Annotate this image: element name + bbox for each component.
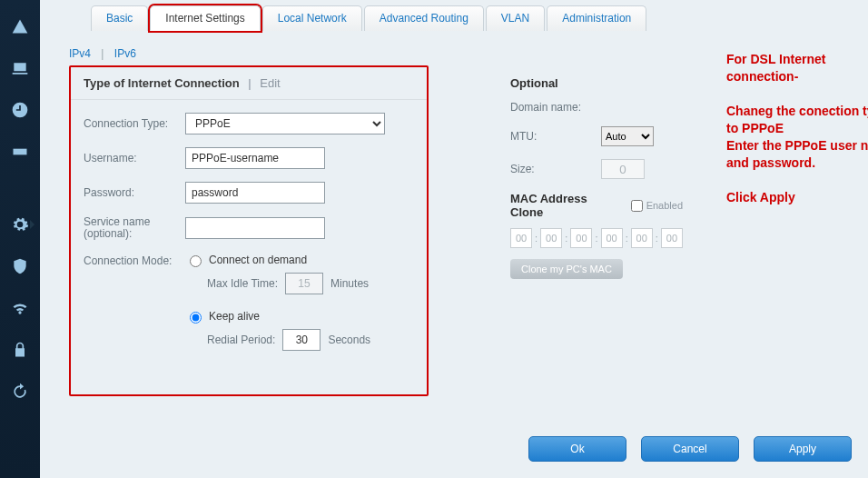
tab-administration[interactable]: Administration bbox=[547, 5, 646, 31]
apply-button[interactable]: Apply bbox=[754, 436, 852, 462]
mac-octet-5[interactable]: 00 bbox=[631, 228, 653, 248]
clone-mac-button[interactable]: Clone my PC's MAC bbox=[510, 259, 623, 279]
keep-alive-radio[interactable] bbox=[190, 312, 202, 324]
mtu-label: MTU: bbox=[510, 130, 601, 143]
annotation-text: For DSL Internet connection- Chaneg the … bbox=[726, 51, 868, 206]
mac-octet-4[interactable]: 00 bbox=[601, 228, 623, 248]
conn-mode-label: Connection Mode: bbox=[84, 253, 185, 267]
username-input[interactable] bbox=[185, 147, 325, 169]
shield-icon[interactable] bbox=[6, 253, 34, 280]
panel-title-text: Type of Internet Connection bbox=[84, 76, 240, 90]
connect-on-demand-label: Connect on demand bbox=[209, 254, 307, 266]
button-bar: Ok Cancel Apply bbox=[514, 436, 852, 462]
tab-local-network[interactable]: Local Network bbox=[262, 5, 362, 31]
wifi-icon[interactable] bbox=[6, 294, 34, 322]
lock-icon[interactable] bbox=[6, 336, 34, 363]
tab-vlan[interactable]: VLAN bbox=[486, 5, 545, 31]
mac-enabled-label: Enabled bbox=[646, 200, 683, 211]
mac-clone-heading: MAC Address Clone bbox=[510, 192, 615, 219]
conn-type-label: Connection Type: bbox=[84, 117, 185, 130]
device-icon[interactable] bbox=[6, 55, 34, 82]
mac-octet-6[interactable]: 00 bbox=[661, 228, 683, 248]
top-tabs: Basic Internet Settings Local Network Ad… bbox=[91, 5, 868, 31]
redial-input[interactable] bbox=[282, 329, 321, 351]
service-label: Service name(optional): bbox=[84, 216, 185, 240]
mac-octet-1[interactable]: 00 bbox=[510, 228, 532, 248]
username-label: Username: bbox=[84, 152, 185, 164]
optional-panel: Optional Domain name: MTU: Auto Size: MA… bbox=[510, 65, 683, 396]
subtab-ipv6[interactable]: IPv6 bbox=[114, 47, 136, 60]
tab-internet-settings[interactable]: Internet Settings bbox=[150, 5, 260, 31]
optional-heading: Optional bbox=[510, 76, 683, 90]
edit-link[interactable]: Edit bbox=[260, 76, 280, 90]
mac-octet-3[interactable]: 00 bbox=[570, 228, 592, 248]
drive-icon[interactable] bbox=[6, 138, 34, 165]
redial-label: Redial Period: bbox=[207, 334, 275, 346]
alert-icon[interactable] bbox=[6, 13, 34, 40]
tab-advanced-routing[interactable]: Advanced Routing bbox=[364, 5, 484, 31]
mac-enabled-checkbox[interactable] bbox=[631, 200, 643, 212]
service-input[interactable] bbox=[185, 217, 325, 239]
domain-label: Domain name: bbox=[510, 101, 601, 114]
size-input[interactable] bbox=[601, 159, 645, 179]
minutes-label: Minutes bbox=[330, 277, 369, 290]
password-label: Password: bbox=[84, 186, 185, 199]
mtu-select[interactable]: Auto bbox=[601, 126, 654, 146]
clock-icon[interactable] bbox=[6, 96, 34, 124]
mac-boxes: 00: 00: 00: 00: 00: 00 bbox=[510, 228, 683, 248]
left-nav bbox=[0, 0, 40, 478]
panel-title: Type of Internet Connection | Edit bbox=[71, 67, 427, 100]
gear-icon[interactable] bbox=[6, 211, 34, 238]
tab-basic[interactable]: Basic bbox=[91, 5, 148, 31]
mac-enabled-wrapper[interactable]: Enabled bbox=[627, 197, 683, 214]
seconds-label: Seconds bbox=[328, 334, 370, 346]
password-input[interactable] bbox=[185, 182, 325, 204]
max-idle-input[interactable] bbox=[285, 273, 323, 294]
subtab-ipv4[interactable]: IPv4 bbox=[69, 47, 91, 60]
size-label: Size: bbox=[510, 163, 601, 175]
ok-button[interactable]: Ok bbox=[528, 436, 626, 462]
refresh-icon[interactable] bbox=[6, 378, 34, 405]
connect-on-demand-radio[interactable] bbox=[190, 255, 202, 267]
mac-octet-2[interactable]: 00 bbox=[540, 228, 562, 248]
title-sep: | bbox=[248, 76, 251, 90]
connection-panel: Type of Internet Connection | Edit Conne… bbox=[69, 65, 429, 396]
keep-alive-label: Keep alive bbox=[209, 310, 260, 323]
max-idle-label: Max Idle Time: bbox=[207, 277, 278, 290]
conn-type-select[interactable]: PPPoE bbox=[185, 113, 385, 134]
main-area: Basic Internet Settings Local Network Ad… bbox=[40, 0, 868, 478]
subtab-separator: | bbox=[101, 47, 104, 60]
cancel-button[interactable]: Cancel bbox=[641, 436, 739, 462]
